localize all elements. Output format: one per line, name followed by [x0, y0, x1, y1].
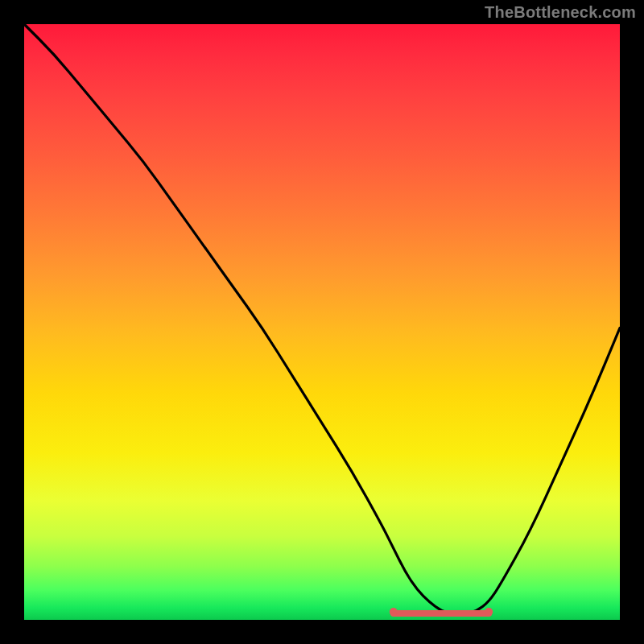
watermark-text: TheBottleneck.com	[485, 3, 636, 22]
optimal-range-dot	[485, 608, 493, 616]
curve-svg	[24, 24, 620, 620]
plot-area	[24, 24, 620, 620]
bottleneck-curve-path	[24, 24, 620, 614]
chart-frame: TheBottleneck.com	[0, 0, 644, 644]
optimal-range-dot	[390, 608, 398, 616]
